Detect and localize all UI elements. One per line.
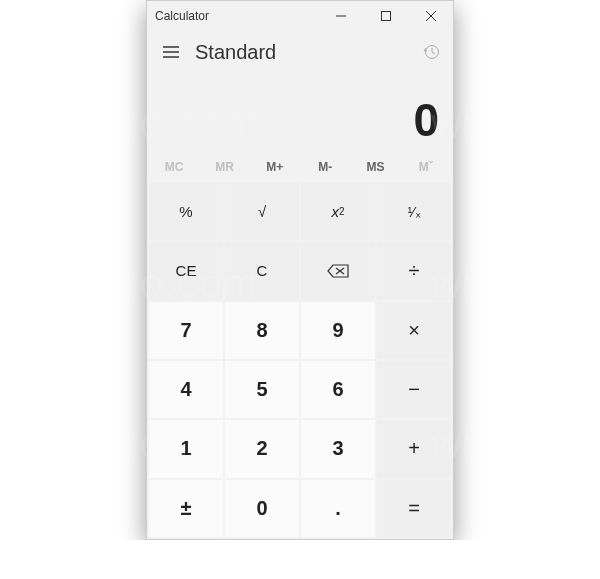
plus-minus-button[interactable]: ± [149,480,223,537]
clear-button[interactable]: C [225,242,299,299]
display-value: 0 [413,93,439,147]
digit-2-button[interactable]: 2 [225,420,299,477]
header: Standard [147,31,453,73]
menu-button[interactable] [151,32,191,72]
divide-button[interactable]: ÷ [377,242,451,299]
close-icon [426,11,436,21]
history-icon [423,44,439,60]
decimal-button[interactable]: . [301,480,375,537]
percent-button[interactable]: % [149,183,223,240]
backspace-icon [327,264,349,278]
memory-recall-button[interactable]: MR [199,153,249,181]
multiply-button[interactable]: × [377,302,451,359]
digit-1-button[interactable]: 1 [149,420,223,477]
digit-9-button[interactable]: 9 [301,302,375,359]
minus-button[interactable]: − [377,361,451,418]
memory-store-button[interactable]: MS [350,153,400,181]
equals-button[interactable]: = [377,480,451,537]
digit-6-button[interactable]: 6 [301,361,375,418]
digit-7-button[interactable]: 7 [149,302,223,359]
memory-add-button[interactable]: M+ [250,153,300,181]
digit-3-button[interactable]: 3 [301,420,375,477]
backspace-button[interactable] [301,242,375,299]
svg-rect-1 [381,12,390,21]
keypad: % √ x2 ¹⁄ₓ CE C ÷ 7 8 9 × 4 5 6 − 1 2 3 … [147,181,453,539]
hamburger-icon [163,46,179,58]
digit-5-button[interactable]: 5 [225,361,299,418]
display: 0 [147,73,453,153]
clear-entry-button[interactable]: CE [149,242,223,299]
digit-0-button[interactable]: 0 [225,480,299,537]
titlebar: Calculator [147,1,453,31]
memory-subtract-button[interactable]: M- [300,153,350,181]
window-title: Calculator [155,9,318,23]
close-button[interactable] [408,1,453,31]
memory-row: MC MR M+ M- MS Mˇ [147,153,453,181]
minimize-button[interactable] [318,1,363,31]
minimize-icon [336,11,346,21]
maximize-icon [381,11,391,21]
digit-8-button[interactable]: 8 [225,302,299,359]
memory-list-button[interactable]: Mˇ [401,153,451,181]
digit-4-button[interactable]: 4 [149,361,223,418]
reciprocal-button[interactable]: ¹⁄ₓ [377,183,451,240]
square-button[interactable]: x2 [301,183,375,240]
sqrt-button[interactable]: √ [225,183,299,240]
plus-button[interactable]: + [377,420,451,477]
calculator-window: Calculator Standard [146,0,454,540]
mode-title: Standard [195,41,276,64]
memory-clear-button[interactable]: MC [149,153,199,181]
history-button[interactable] [413,34,449,70]
maximize-button[interactable] [363,1,408,31]
window-controls [318,1,453,31]
